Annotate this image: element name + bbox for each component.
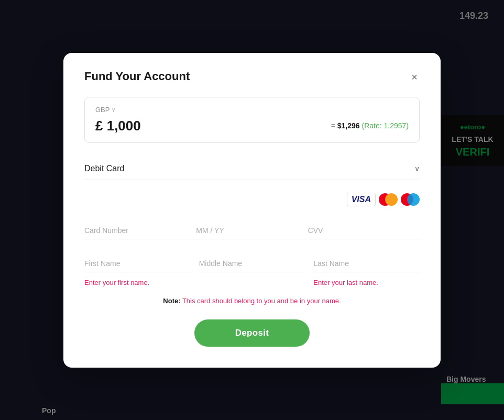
fund-account-modal: Fund Your Account × GBP ∨ £ 1,000 = $1,2…	[63, 53, 441, 368]
maestro-blue-circle	[407, 193, 420, 206]
payment-method-selector[interactable]: Debit Card ∨	[84, 158, 420, 180]
last-name-error: Enter your last name.	[313, 279, 420, 286]
error-row: Enter your first name. Enter your last n…	[84, 279, 420, 286]
maestro-logo	[401, 193, 420, 206]
modal-header: Fund Your Account ×	[84, 70, 420, 84]
mastercard-logo	[379, 193, 398, 206]
first-name-error: Enter your first name.	[84, 279, 191, 286]
card-fields-row	[84, 217, 420, 245]
close-button[interactable]: ×	[409, 70, 420, 84]
payment-method-label: Debit Card	[84, 164, 124, 173]
currency-selector[interactable]: GBP ∨	[95, 106, 409, 114]
card-number-field	[84, 217, 196, 245]
modal-overlay: Fund Your Account × GBP ∨ £ 1,000 = $1,2…	[0, 0, 504, 420]
middle-name-field	[199, 255, 305, 272]
cvv-input[interactable]	[308, 222, 420, 239]
payment-chevron-icon: ∨	[414, 164, 420, 173]
currency-label: GBP	[95, 106, 109, 114]
rate-text: (Rate: 1.2957)	[362, 121, 409, 130]
expiry-field	[196, 217, 308, 245]
middle-name-error-empty	[199, 279, 305, 286]
amount-section: GBP ∨ £ 1,000 = $1,296 (Rate: 1.2957)	[84, 97, 420, 143]
conversion: = $1,296 (Rate: 1.2957)	[331, 121, 409, 130]
middle-name-input[interactable]	[199, 255, 305, 272]
note-section: Note: This card should belong to you and…	[84, 297, 420, 305]
card-logos: VISA	[84, 193, 420, 206]
payment-method-section: Debit Card ∨	[84, 158, 420, 180]
card-number-input[interactable]	[84, 222, 196, 239]
mc-orange-circle	[385, 193, 398, 206]
last-name-input[interactable]	[313, 255, 420, 272]
cvv-field	[308, 217, 420, 245]
currency-chevron: ∨	[112, 107, 115, 113]
expiry-input[interactable]	[196, 222, 308, 239]
note-text: This card should belong to you and be in…	[181, 297, 341, 305]
amount-row: £ 1,000 = $1,296 (Rate: 1.2957)	[95, 118, 409, 134]
conversion-prefix: =	[331, 121, 335, 130]
last-name-field	[313, 255, 420, 272]
first-name-input[interactable]	[84, 255, 191, 272]
modal-title: Fund Your Account	[84, 70, 190, 83]
first-name-field	[84, 255, 191, 272]
name-fields-section: Enter your first name. Enter your last n…	[84, 255, 420, 286]
note-bold: Note:	[163, 297, 180, 305]
name-fields-row	[84, 255, 420, 272]
visa-logo: VISA	[347, 193, 376, 206]
deposit-button[interactable]: Deposit	[194, 319, 310, 347]
usd-amount: $1,296	[337, 121, 360, 130]
amount-value: £ 1,000	[95, 118, 141, 134]
